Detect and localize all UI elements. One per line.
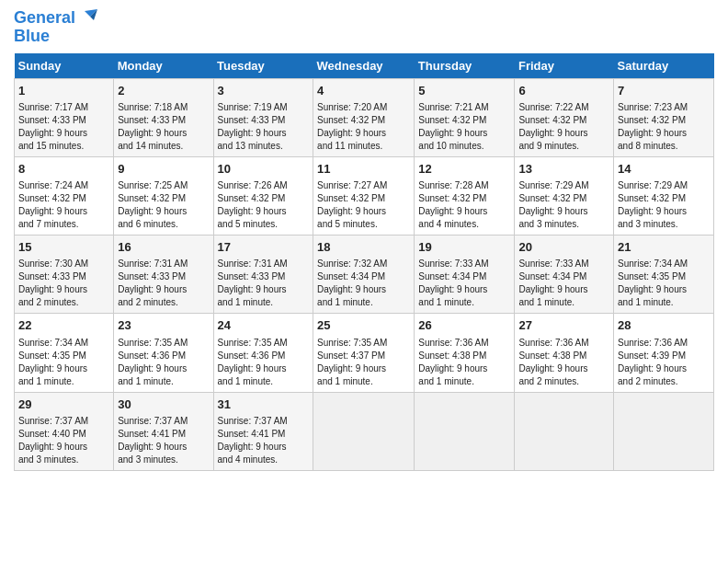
calendar-cell: 26Sunrise: 7:36 AMSunset: 4:38 PMDayligh… (415, 314, 515, 392)
day-number: 27 (518, 317, 609, 334)
day-info-line: Daylight: 9 hours (418, 127, 510, 140)
day-info-line: Sunrise: 7:35 AM (118, 337, 209, 350)
day-info-line: Sunrise: 7:34 AM (18, 337, 109, 350)
weekday-header-tuesday: Tuesday (213, 53, 313, 79)
calendar-cell: 18Sunrise: 7:32 AMSunset: 4:34 PMDayligh… (313, 236, 415, 314)
day-info-line: Sunset: 4:32 PM (317, 114, 410, 127)
day-info-line: Daylight: 9 hours (218, 362, 310, 375)
day-info-line: Daylight: 9 hours (618, 205, 710, 218)
day-info-line: Sunrise: 7:20 AM (317, 101, 410, 114)
day-info-line: Sunrise: 7:30 AM (18, 258, 109, 270)
day-info-line: Daylight: 9 hours (618, 283, 710, 296)
day-info-line: Sunrise: 7:29 AM (518, 179, 609, 192)
day-info-line: and 1 minute. (317, 375, 410, 388)
day-info-line: Sunset: 4:34 PM (317, 270, 410, 283)
day-number: 3 (218, 83, 310, 99)
calendar-cell: 7Sunrise: 7:23 AMSunset: 4:32 PMDaylight… (614, 78, 714, 156)
day-info-line: Sunset: 4:38 PM (518, 350, 609, 362)
calendar-cell: 28Sunrise: 7:36 AMSunset: 4:39 PMDayligh… (614, 314, 714, 392)
calendar-cell: 6Sunrise: 7:22 AMSunset: 4:32 PMDaylight… (515, 78, 614, 156)
day-info-line: and 2 minutes. (118, 296, 209, 309)
weekday-header-wednesday: Wednesday (313, 53, 415, 79)
day-info-line: Sunset: 4:32 PM (518, 192, 609, 205)
day-info-line: and 6 minutes. (118, 218, 209, 231)
day-info-line: Daylight: 9 hours (518, 362, 609, 375)
day-info-line: Sunrise: 7:34 AM (618, 258, 710, 270)
day-info-line: Sunrise: 7:18 AM (118, 101, 209, 114)
day-info-line: Sunrise: 7:37 AM (218, 415, 310, 428)
day-info-line: Sunrise: 7:36 AM (618, 337, 710, 350)
day-info-line: Sunset: 4:33 PM (218, 270, 310, 283)
day-info-line: Daylight: 9 hours (317, 362, 410, 375)
day-info-line: Sunset: 4:35 PM (618, 270, 710, 283)
day-info-line: Sunrise: 7:29 AM (618, 179, 710, 192)
day-info-line: and 14 minutes. (118, 140, 209, 153)
day-number: 9 (118, 161, 209, 178)
day-info-line: Daylight: 9 hours (18, 205, 109, 218)
day-info-line: Sunset: 4:32 PM (218, 192, 310, 205)
day-info-line: and 4 minutes. (218, 454, 310, 466)
day-info-line: and 1 minute. (218, 296, 310, 309)
day-info-line: Sunset: 4:36 PM (218, 350, 310, 362)
day-number: 6 (518, 83, 609, 99)
day-info-line: Daylight: 9 hours (118, 205, 209, 218)
day-info-line: Daylight: 9 hours (518, 205, 609, 218)
day-number: 29 (18, 396, 109, 413)
day-info-line: Sunset: 4:34 PM (418, 270, 510, 283)
day-number: 25 (317, 317, 410, 334)
calendar-cell: 16Sunrise: 7:31 AMSunset: 4:33 PMDayligh… (114, 236, 213, 314)
weekday-header-saturday: Saturday (614, 53, 714, 79)
day-info-line: Daylight: 9 hours (518, 127, 609, 140)
day-info-line: and 1 minute. (418, 296, 510, 309)
calendar-week-row: 1Sunrise: 7:17 AMSunset: 4:33 PMDaylight… (15, 78, 714, 156)
day-info-line: Sunset: 4:33 PM (18, 270, 109, 283)
day-info-line: Sunrise: 7:23 AM (618, 101, 710, 114)
day-info-line: Sunset: 4:33 PM (18, 114, 109, 127)
day-info-line: and 1 minute. (518, 296, 609, 309)
day-info-line: Daylight: 9 hours (118, 362, 209, 375)
day-info-line: Daylight: 9 hours (118, 283, 209, 296)
day-info-line: Sunrise: 7:28 AM (418, 179, 510, 192)
day-info-line: Daylight: 9 hours (18, 441, 109, 454)
day-info-line: Daylight: 9 hours (518, 283, 609, 296)
logo-blue-text: Blue (14, 27, 50, 45)
day-info-line: Daylight: 9 hours (218, 283, 310, 296)
day-number: 8 (18, 161, 109, 178)
day-info-line: Sunset: 4:41 PM (218, 428, 310, 441)
day-info-line: and 7 minutes. (18, 218, 109, 231)
calendar-cell: 24Sunrise: 7:35 AMSunset: 4:36 PMDayligh… (213, 314, 313, 392)
day-info-line: Daylight: 9 hours (218, 127, 310, 140)
calendar-cell (515, 392, 614, 470)
day-number: 14 (618, 161, 710, 178)
calendar-cell: 23Sunrise: 7:35 AMSunset: 4:36 PMDayligh… (114, 314, 213, 392)
calendar-cell: 2Sunrise: 7:18 AMSunset: 4:33 PMDaylight… (114, 78, 213, 156)
calendar-cell: 22Sunrise: 7:34 AMSunset: 4:35 PMDayligh… (15, 314, 114, 392)
day-number: 13 (518, 161, 609, 178)
day-number: 7 (618, 83, 710, 99)
day-info-line: Daylight: 9 hours (418, 205, 510, 218)
day-info-line: and 1 minute. (18, 375, 109, 388)
day-info-line: Sunset: 4:32 PM (418, 114, 510, 127)
calendar-cell (614, 392, 714, 470)
logo: General Blue (14, 9, 97, 46)
day-number: 18 (317, 239, 410, 256)
day-number: 15 (18, 239, 109, 256)
day-info-line: Sunrise: 7:36 AM (418, 337, 510, 350)
calendar-table: SundayMondayTuesdayWednesdayThursdayFrid… (14, 53, 714, 471)
day-info-line: Sunrise: 7:22 AM (518, 101, 609, 114)
day-number: 23 (118, 317, 209, 334)
calendar-cell: 30Sunrise: 7:37 AMSunset: 4:41 PMDayligh… (114, 392, 213, 470)
day-info-line: and 9 minutes. (518, 140, 609, 153)
calendar-week-row: 29Sunrise: 7:37 AMSunset: 4:40 PMDayligh… (15, 392, 714, 470)
calendar-cell: 8Sunrise: 7:24 AMSunset: 4:32 PMDaylight… (15, 156, 114, 235)
day-info-line: Sunset: 4:32 PM (518, 114, 609, 127)
day-info-line: Sunset: 4:32 PM (18, 192, 109, 205)
day-info-line: Daylight: 9 hours (418, 362, 510, 375)
day-info-line: Sunrise: 7:31 AM (218, 258, 310, 270)
day-info-line: and 4 minutes. (418, 218, 510, 231)
day-info-line: Sunrise: 7:37 AM (118, 415, 209, 428)
day-info-line: Sunrise: 7:36 AM (518, 337, 609, 350)
day-info-line: and 3 minutes. (18, 454, 109, 466)
day-info-line: Sunrise: 7:25 AM (118, 179, 209, 192)
day-info-line: Daylight: 9 hours (418, 283, 510, 296)
